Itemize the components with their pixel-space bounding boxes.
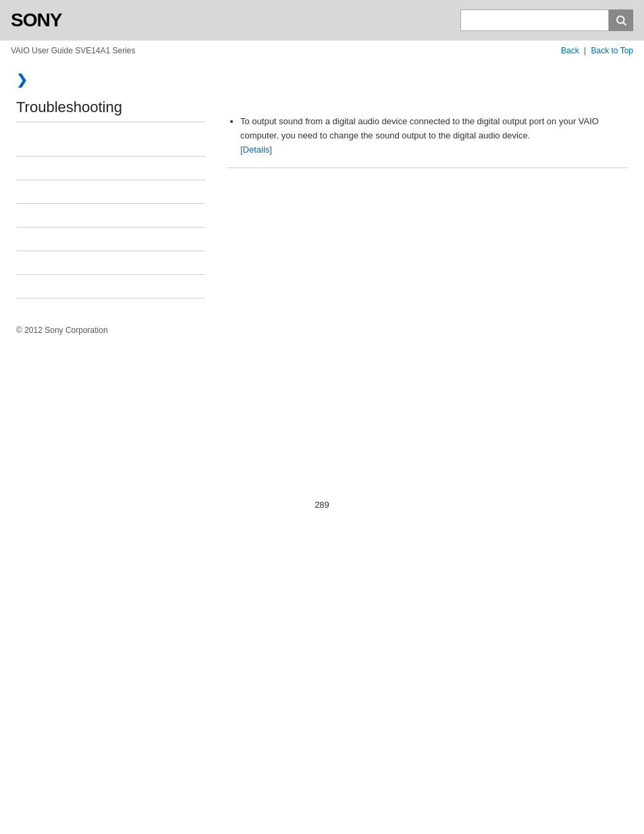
back-to-top-link[interactable]: Back to Top [591, 46, 633, 55]
svg-point-0 [617, 16, 624, 24]
footer: © 2012 Sony Corporation [0, 309, 644, 351]
details-link[interactable]: [Details] [240, 145, 272, 155]
list-item[interactable] [16, 133, 205, 157]
sidebar-link[interactable] [16, 163, 205, 173]
chevron-icon[interactable]: ❯ [16, 72, 205, 88]
list-item[interactable] [16, 157, 205, 180]
section-title: Troubleshooting [16, 99, 205, 122]
content-item: To output sound from a digital audio dev… [240, 115, 628, 157]
sidebar: ❯ Troubleshooting [0, 61, 216, 309]
sidebar-links [16, 133, 205, 298]
content-text: To output sound from a digital audio dev… [240, 116, 599, 140]
main-content: ❯ Troubleshooting To output sound from a… [0, 61, 644, 309]
sidebar-link[interactable] [16, 211, 205, 220]
header: SONY [0, 0, 644, 41]
list-item[interactable] [16, 228, 205, 251]
nav-separator: | [584, 46, 586, 55]
list-item[interactable] [16, 275, 205, 298]
nav-links: Back | Back to Top [561, 46, 633, 55]
sony-logo: SONY [11, 9, 61, 31]
list-item[interactable] [16, 180, 205, 204]
back-link[interactable]: Back [561, 46, 579, 55]
list-item[interactable] [16, 204, 205, 228]
search-button[interactable] [609, 9, 633, 31]
content-divider [227, 167, 628, 168]
copyright-text: © 2012 Sony Corporation [16, 325, 108, 335]
search-area [460, 9, 633, 31]
sidebar-link[interactable] [16, 234, 205, 244]
list-item[interactable] [16, 251, 205, 275]
breadcrumb: VAIO User Guide SVE14A1 Series [11, 46, 136, 55]
content-list: To output sound from a digital audio dev… [227, 115, 628, 157]
sidebar-link[interactable] [16, 187, 205, 197]
sidebar-link[interactable] [16, 258, 205, 267]
svg-line-1 [623, 22, 626, 25]
search-input[interactable] [460, 9, 609, 31]
sidebar-link[interactable] [16, 282, 205, 291]
page-number: 289 [0, 486, 644, 523]
sidebar-link[interactable] [16, 140, 205, 149]
content-area: To output sound from a digital audio dev… [216, 61, 644, 309]
search-icon [615, 14, 627, 26]
nav-bar: VAIO User Guide SVE14A1 Series Back | Ba… [0, 41, 644, 61]
